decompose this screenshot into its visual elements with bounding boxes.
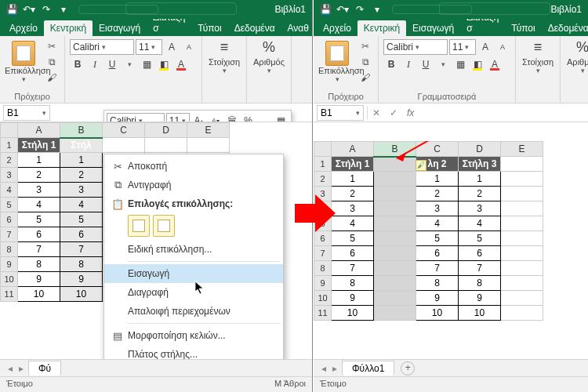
- row-header[interactable]: 1: [1, 138, 18, 153]
- copy-icon[interactable]: ⧉: [44, 55, 60, 69]
- cell[interactable]: Στήλη 1: [18, 138, 60, 153]
- redo-icon[interactable]: ↷: [353, 2, 367, 16]
- paste-option-values[interactable]: [153, 215, 175, 237]
- cell[interactable]: 6: [332, 246, 374, 261]
- font-name-combo[interactable]: Calibri▾: [383, 39, 448, 55]
- cell[interactable]: 3: [459, 201, 501, 216]
- cut-icon[interactable]: ✂: [358, 39, 373, 53]
- bold-button[interactable]: B: [70, 56, 85, 72]
- cell[interactable]: 4: [332, 216, 374, 231]
- tab-data[interactable]: Δεδομένα: [542, 20, 588, 36]
- cell[interactable]: [501, 231, 543, 246]
- sheet-nav-prev[interactable]: ◂: [318, 363, 329, 374]
- save-icon[interactable]: 💾: [318, 2, 332, 16]
- tab-data[interactable]: Δεδομένα: [228, 20, 281, 36]
- column-header[interactable]: D: [459, 142, 501, 157]
- cell[interactable]: [103, 138, 145, 153]
- cell[interactable]: 5: [332, 231, 374, 246]
- row-header[interactable]: 2: [1, 153, 18, 168]
- cell[interactable]: [374, 246, 416, 261]
- font-color-button[interactable]: A: [487, 56, 503, 72]
- fx-icon[interactable]: fx: [402, 107, 419, 118]
- cell[interactable]: 4: [60, 198, 103, 212]
- cell[interactable]: 5: [459, 231, 501, 246]
- row-header[interactable]: 9: [314, 276, 332, 291]
- font-color-button[interactable]: A: [173, 56, 189, 72]
- cell[interactable]: 3: [60, 183, 103, 198]
- cell[interactable]: 7: [459, 261, 501, 276]
- row-header[interactable]: 10: [1, 272, 18, 287]
- ctx-paste-special[interactable]: Ειδική επικόλληση...: [104, 240, 283, 259]
- row-header[interactable]: 11: [1, 287, 18, 302]
- row-header[interactable]: 1: [314, 157, 332, 172]
- cell[interactable]: 9: [332, 291, 374, 306]
- column-header[interactable]: D: [145, 123, 187, 138]
- cell[interactable]: [374, 231, 416, 246]
- cell[interactable]: 6: [416, 246, 459, 261]
- number-button[interactable]: %Αριθμός▾: [252, 39, 286, 74]
- cell[interactable]: 1: [60, 153, 103, 168]
- sheet-tab[interactable]: Φύλλο1: [342, 361, 394, 376]
- alignment-button[interactable]: ≡Στοίχιση▾: [207, 39, 241, 74]
- cell[interactable]: 10: [60, 287, 103, 302]
- paste-option-default[interactable]: [128, 215, 150, 237]
- underline-button[interactable]: U: [104, 56, 120, 72]
- cell[interactable]: 8: [18, 257, 60, 272]
- cell[interactable]: 8: [60, 257, 103, 272]
- ctx-delete[interactable]: Διαγραφή: [104, 283, 283, 302]
- cell[interactable]: 7: [416, 261, 459, 276]
- cell[interactable]: [145, 138, 187, 153]
- number-button[interactable]: %Αριθμός▾: [565, 39, 588, 74]
- tab-insert[interactable]: Εισαγωγή: [406, 20, 460, 36]
- grow-font-icon[interactable]: A: [477, 39, 493, 55]
- cell[interactable]: [501, 246, 543, 261]
- format-painter-icon[interactable]: 🖌: [44, 71, 60, 85]
- cell[interactable]: [374, 201, 416, 216]
- cell[interactable]: 9: [459, 291, 501, 306]
- row-header[interactable]: 7: [314, 246, 332, 261]
- cell[interactable]: 1: [459, 172, 501, 187]
- cell[interactable]: 5: [18, 212, 60, 227]
- name-box[interactable]: B1▾: [317, 105, 364, 121]
- fill-color-button[interactable]: ◧: [470, 56, 485, 72]
- cell[interactable]: [187, 138, 230, 153]
- cell[interactable]: [374, 172, 416, 187]
- cell[interactable]: 10: [459, 306, 501, 321]
- tab-home[interactable]: Κεντρική: [44, 20, 93, 36]
- cell[interactable]: [501, 306, 543, 321]
- sheet-nav-next[interactable]: ▸: [16, 363, 27, 374]
- tab-formulas[interactable]: Τύποι: [191, 20, 227, 36]
- font-size-combo[interactable]: 11▾: [136, 39, 162, 55]
- ctx-cut[interactable]: ✂Αποκοπή: [104, 157, 283, 176]
- cell[interactable]: 7: [60, 242, 103, 257]
- cell[interactable]: 4: [18, 198, 60, 212]
- cell[interactable]: 1: [416, 172, 459, 187]
- tab-file[interactable]: Αρχείο: [3, 20, 44, 36]
- cut-icon[interactable]: ✂: [44, 39, 60, 53]
- row-header[interactable]: 4: [1, 183, 18, 198]
- qat-dropdown-icon[interactable]: ▾: [370, 2, 384, 16]
- cell[interactable]: 5: [416, 231, 459, 246]
- tab-file[interactable]: Αρχείο: [317, 20, 358, 36]
- borders-button[interactable]: ▦: [139, 56, 154, 72]
- row-header[interactable]: 2: [314, 172, 332, 187]
- cell[interactable]: 8: [332, 276, 374, 291]
- underline-button[interactable]: U: [418, 56, 434, 72]
- column-header[interactable]: E: [187, 123, 230, 138]
- cell[interactable]: 10: [18, 287, 60, 302]
- row-header[interactable]: 8: [1, 242, 18, 257]
- row-header[interactable]: 8: [314, 261, 332, 276]
- sheet-tab[interactable]: Φύ: [28, 361, 61, 376]
- cell[interactable]: 4: [459, 216, 501, 231]
- copy-icon[interactable]: ⧉: [358, 55, 373, 69]
- column-header[interactable]: C: [103, 123, 145, 138]
- cancel-icon[interactable]: ✕: [368, 107, 385, 118]
- cell[interactable]: 6: [60, 227, 103, 242]
- paste-button[interactable]: Επικόλληση ▾: [5, 39, 42, 85]
- sheet-nav-prev[interactable]: ◂: [5, 363, 16, 374]
- add-sheet-button[interactable]: +: [401, 361, 415, 376]
- shrink-font-icon[interactable]: A: [495, 39, 510, 55]
- cell[interactable]: [374, 216, 416, 231]
- cell[interactable]: [374, 157, 416, 172]
- alignment-button[interactable]: ≡Στοίχιση▾: [521, 39, 555, 74]
